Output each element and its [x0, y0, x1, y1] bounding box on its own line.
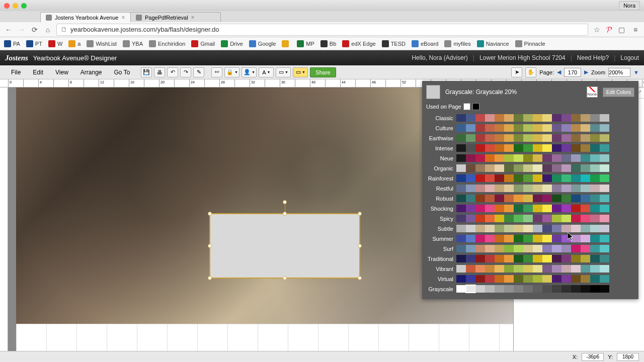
color-swatch[interactable]: [581, 124, 590, 132]
color-swatch[interactable]: [475, 185, 485, 192]
color-swatch[interactable]: [561, 134, 571, 142]
mac-zoom-button[interactable]: [21, 3, 27, 9]
color-swatch[interactable]: [475, 134, 485, 142]
color-swatch[interactable]: [581, 195, 590, 202]
color-swatch[interactable]: [571, 265, 581, 273]
color-swatch[interactable]: [504, 215, 514, 222]
color-swatch[interactable]: [561, 225, 571, 232]
color-swatch[interactable]: [581, 174, 590, 182]
color-swatch[interactable]: [523, 225, 533, 232]
color-swatch[interactable]: [600, 255, 609, 262]
color-swatch[interactable]: [533, 225, 542, 232]
color-swatch[interactable]: [466, 185, 475, 192]
color-swatch[interactable]: [561, 255, 571, 262]
color-swatch[interactable]: [523, 185, 533, 192]
color-swatch[interactable]: [456, 225, 466, 232]
color-swatch[interactable]: [600, 114, 609, 122]
color-swatch[interactable]: [495, 205, 504, 212]
color-swatch[interactable]: [466, 245, 475, 252]
color-swatch[interactable]: [571, 124, 581, 132]
color-swatch[interactable]: [523, 215, 533, 222]
rotate-handle[interactable]: [283, 200, 287, 204]
color-swatch[interactable]: [514, 124, 523, 132]
color-swatch[interactable]: [590, 164, 600, 172]
color-swatch[interactable]: [581, 205, 590, 212]
color-swatch[interactable]: [495, 154, 504, 162]
color-swatch[interactable]: [542, 255, 552, 262]
bookmark-item[interactable]: YBA: [123, 40, 143, 47]
menu-go to[interactable]: Go To: [108, 69, 136, 76]
color-swatch[interactable]: [533, 265, 542, 273]
color-swatch[interactable]: [456, 265, 466, 273]
color-swatch[interactable]: [495, 144, 504, 152]
color-swatch[interactable]: [475, 174, 485, 182]
color-swatch[interactable]: [466, 225, 475, 232]
resize-handle[interactable]: [283, 212, 287, 216]
color-swatch[interactable]: [561, 235, 571, 242]
logout-link[interactable]: Logout: [620, 54, 639, 61]
color-swatch[interactable]: [552, 265, 561, 273]
color-swatch[interactable]: [504, 255, 514, 262]
color-swatch[interactable]: [533, 285, 542, 293]
color-swatch[interactable]: [523, 174, 533, 182]
used-color-swatch[interactable]: [472, 103, 479, 110]
color-swatch[interactable]: [485, 225, 495, 232]
color-swatch[interactable]: [561, 245, 571, 252]
color-swatch[interactable]: [466, 275, 475, 283]
color-swatch[interactable]: [456, 134, 466, 142]
color-swatch[interactable]: [533, 164, 542, 172]
color-swatch[interactable]: [571, 225, 581, 232]
color-swatch[interactable]: [514, 205, 523, 212]
color-swatch[interactable]: [600, 195, 609, 202]
color-swatch[interactable]: [561, 185, 571, 192]
color-swatch[interactable]: [466, 154, 475, 162]
save-button[interactable]: 💾: [141, 67, 152, 77]
color-swatch[interactable]: [581, 134, 590, 142]
color-swatch[interactable]: [485, 255, 495, 262]
color-swatch[interactable]: [514, 275, 523, 283]
color-swatch[interactable]: [504, 285, 514, 293]
color-swatch[interactable]: [533, 205, 542, 212]
color-swatch[interactable]: [523, 205, 533, 212]
resize-handle[interactable]: [208, 276, 212, 280]
color-swatch[interactable]: [475, 195, 485, 202]
color-swatch[interactable]: [581, 154, 590, 162]
bookmark-item[interactable]: eBoard: [412, 40, 438, 47]
resize-handle[interactable]: [283, 276, 287, 280]
color-swatch[interactable]: [581, 225, 590, 232]
color-swatch[interactable]: [475, 124, 485, 132]
bookmark-item[interactable]: Pinnacle: [515, 40, 545, 47]
color-swatch[interactable]: [485, 205, 495, 212]
color-swatch[interactable]: [485, 235, 495, 242]
color-swatch[interactable]: [456, 205, 466, 212]
color-swatch[interactable]: [485, 114, 495, 122]
color-swatch[interactable]: [475, 205, 485, 212]
color-swatch[interactable]: [581, 144, 590, 152]
color-swatch[interactable]: [456, 235, 466, 242]
bookmark-item[interactable]: [282, 40, 291, 47]
color-swatch[interactable]: [514, 245, 523, 252]
color-swatch[interactable]: [495, 245, 504, 252]
color-swatch[interactable]: [523, 134, 533, 142]
color-swatch[interactable]: [533, 245, 542, 252]
color-swatch[interactable]: [571, 164, 581, 172]
menu-icon[interactable]: ≡: [631, 25, 640, 34]
color-swatch[interactable]: [495, 215, 504, 222]
color-swatch[interactable]: [600, 245, 609, 252]
color-swatch[interactable]: [581, 114, 590, 122]
browser-tab[interactable]: PagePdfRetrieval ×: [130, 12, 221, 22]
color-swatch[interactable]: [571, 114, 581, 122]
text-dropdown[interactable]: A▼: [259, 67, 274, 77]
pointer-tool[interactable]: ➤: [511, 67, 522, 77]
color-swatch[interactable]: [504, 185, 514, 192]
bookmark-star-icon[interactable]: ☆: [592, 25, 601, 34]
color-swatch[interactable]: [571, 174, 581, 182]
color-swatch[interactable]: [571, 285, 581, 293]
color-swatch[interactable]: [514, 215, 523, 222]
color-swatch[interactable]: [514, 195, 523, 202]
color-swatch[interactable]: [466, 215, 475, 222]
color-swatch[interactable]: [504, 154, 514, 162]
color-swatch[interactable]: [533, 174, 542, 182]
color-swatch[interactable]: [533, 235, 542, 242]
back-button[interactable]: ←: [4, 25, 13, 34]
